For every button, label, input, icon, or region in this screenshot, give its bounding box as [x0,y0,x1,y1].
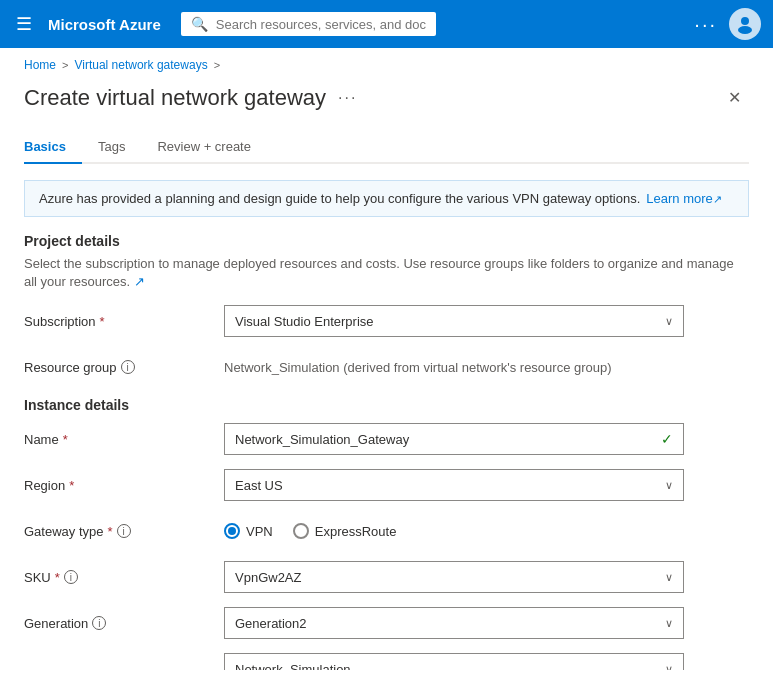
virtual-network-control: Network_Simulation ∨ Create virtual netw… [224,653,684,670]
close-icon[interactable]: ✕ [720,84,749,111]
sku-dropdown[interactable]: VpnGw2AZ ∨ [224,561,684,593]
breadcrumb: Home > Virtual network gateways > [0,48,773,78]
chevron-down-icon: ∨ [665,315,673,328]
region-dropdown[interactable]: East US ∨ [224,469,684,501]
sku-label: SKU * i [24,570,224,585]
expressroute-radio-option[interactable]: ExpressRoute [293,523,397,539]
name-control: Network_Simulation_Gateway ✓ [224,423,684,455]
project-details-heading: Project details [24,233,749,249]
chevron-down-region-icon: ∨ [665,479,673,492]
chevron-down-sku-icon: ∨ [665,571,673,584]
avatar[interactable] [729,8,761,40]
svg-point-0 [741,17,749,25]
resource-group-value: Network_Simulation (derived from virtual… [224,360,684,375]
generation-control: Generation2 ∨ [224,607,684,639]
sku-required: * [55,570,60,585]
project-desc-link[interactable]: ↗ [134,274,145,289]
project-details-section: Project details Select the subscription … [24,233,749,291]
generation-info-icon[interactable]: i [92,616,106,630]
gateway-type-info-icon[interactable]: i [117,524,131,538]
chevron-down-vnet-icon: ∨ [665,663,673,670]
name-check-icon: ✓ [661,431,673,447]
breadcrumb-home[interactable]: Home [24,58,56,72]
tab-bar: Basics Tags Review + create [24,123,749,164]
subscription-control: Visual Studio Enterprise ∨ [224,305,684,337]
generation-value: Generation2 [235,616,307,631]
subscription-label: Subscription * [24,314,224,329]
main-content: Basics Tags Review + create Azure has pr… [0,123,773,670]
tab-basics[interactable]: Basics [24,131,82,164]
region-row: Region * East US ∨ [24,469,749,501]
info-box: Azure has provided a planning and design… [24,180,749,217]
subscription-value: Visual Studio Enterprise [235,314,374,329]
header-more-icon[interactable]: ··· [338,89,357,107]
vpn-radio-input[interactable] [224,523,240,539]
name-required: * [63,432,68,447]
page-title: Create virtual network gateway [24,85,326,111]
page-header: Create virtual network gateway ··· ✕ [0,78,773,123]
breadcrumb-sep-1: > [62,59,68,71]
subscription-required: * [100,314,105,329]
breadcrumb-sep-2: > [214,59,220,71]
gateway-type-radio-group: VPN ExpressRoute [224,523,684,539]
expressroute-radio-label: ExpressRoute [315,524,397,539]
resource-group-info-icon[interactable]: i [121,360,135,374]
external-link-icon-2: ↗ [134,274,145,289]
name-label: Name * [24,432,224,447]
nav-more-icon[interactable]: ··· [694,13,717,36]
gateway-type-row: Gateway type * i VPN ExpressRoute [24,515,749,547]
hamburger-icon[interactable]: ☰ [12,9,36,39]
top-navigation: ☰ Microsoft Azure 🔍 ··· [0,0,773,48]
sku-control: VpnGw2AZ ∨ [224,561,684,593]
search-icon: 🔍 [191,16,208,32]
region-required: * [69,478,74,493]
external-link-icon: ↗ [713,193,722,205]
learn-more-link[interactable]: Learn more↗ [646,191,721,206]
generation-dropdown[interactable]: Generation2 ∨ [224,607,684,639]
resource-group-control: Network_Simulation (derived from virtual… [224,360,684,375]
region-label: Region * [24,478,224,493]
sku-row: SKU * i VpnGw2AZ ∨ [24,561,749,593]
name-value: Network_Simulation_Gateway [235,432,409,447]
resource-group-row: Resource group i Network_Simulation (der… [24,351,749,383]
search-bar[interactable]: 🔍 [181,12,436,36]
resource-group-label: Resource group i [24,360,224,375]
info-box-text: Azure has provided a planning and design… [39,191,640,206]
gateway-type-label: Gateway type * i [24,524,224,539]
tab-review[interactable]: Review + create [141,131,267,164]
generation-label: Generation i [24,616,224,631]
gateway-type-required: * [108,524,113,539]
expressroute-radio-input[interactable] [293,523,309,539]
project-details-desc: Select the subscription to manage deploy… [24,255,749,291]
breadcrumb-section[interactable]: Virtual network gateways [74,58,207,72]
subscription-dropdown[interactable]: Visual Studio Enterprise ∨ [224,305,684,337]
name-row: Name * Network_Simulation_Gateway ✓ [24,423,749,455]
resource-group-suffix: (derived from virtual network's resource… [340,360,612,375]
search-input[interactable] [216,17,426,32]
vpn-radio-option[interactable]: VPN [224,523,273,539]
vpn-radio-label: VPN [246,524,273,539]
subscription-row: Subscription * Visual Studio Enterprise … [24,305,749,337]
sku-info-icon[interactable]: i [64,570,78,584]
generation-row: Generation i Generation2 ∨ [24,607,749,639]
instance-details-section: Instance details [24,397,749,413]
chevron-down-generation-icon: ∨ [665,617,673,630]
gateway-type-control: VPN ExpressRoute [224,523,684,539]
virtual-network-value: Network_Simulation [235,662,351,670]
instance-details-heading: Instance details [24,397,749,413]
name-input[interactable]: Network_Simulation_Gateway ✓ [224,423,684,455]
nav-logo: Microsoft Azure [48,16,161,33]
svg-point-1 [738,26,752,34]
virtual-network-dropdown[interactable]: Network_Simulation ∨ [224,653,684,670]
region-value: East US [235,478,283,493]
sku-value: VpnGw2AZ [235,570,301,585]
tab-tags[interactable]: Tags [82,131,141,164]
virtual-network-row: Virtual network * i Network_Simulation ∨… [24,653,749,670]
region-control: East US ∨ [224,469,684,501]
